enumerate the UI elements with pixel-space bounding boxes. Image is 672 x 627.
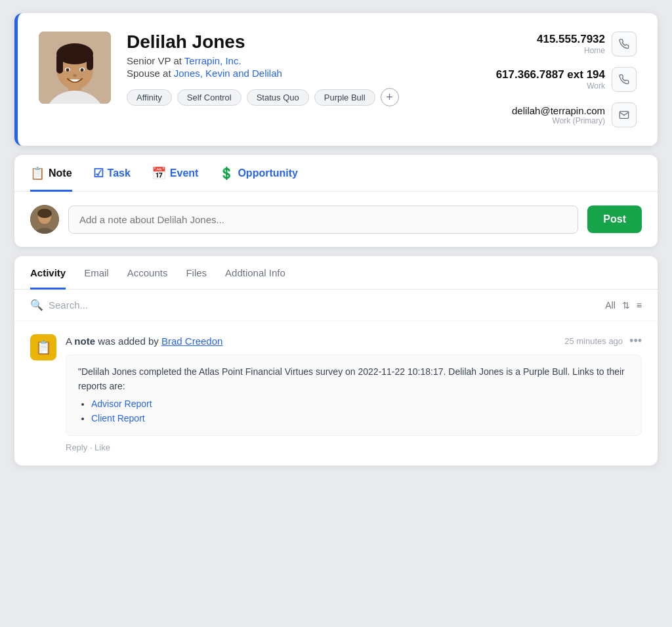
- tag-affinity[interactable]: Affinity: [127, 89, 172, 106]
- note-tabs: 📋 Note ☑ Task 📅 Event 💲 Opportunity: [14, 155, 658, 192]
- email-row: delilah@terrapin.com Work (Primary): [512, 102, 637, 127]
- tab-activity[interactable]: Activity: [30, 267, 66, 290]
- tag-purple-bull[interactable]: Purple Bull: [314, 89, 375, 106]
- advisor-report-link[interactable]: Advisor Report: [91, 399, 152, 409]
- tab-note[interactable]: 📋 Note: [30, 166, 72, 192]
- activity-tabs: Activity Email Accounts Files Addtional …: [14, 256, 658, 290]
- phone-home-row: 415.555.7932 Home: [537, 32, 637, 56]
- spouse-link[interactable]: Jones, Kevin and Delilah: [174, 68, 282, 79]
- svg-point-15: [37, 209, 52, 218]
- activity-item-icon: 📋: [30, 334, 56, 360]
- tab-accounts[interactable]: Accounts: [127, 267, 168, 290]
- avatar-wrapper: [39, 32, 111, 104]
- add-tag-button[interactable]: +: [381, 88, 399, 106]
- note-input-area: Post: [14, 192, 658, 247]
- contact-name: Delilah Jones: [127, 32, 480, 53]
- client-report-link[interactable]: Client Report: [91, 413, 145, 423]
- svg-point-10: [81, 68, 84, 72]
- phone-work-number: 617.366.7887 ext 194: [496, 68, 605, 81]
- more-options-icon[interactable]: •••: [629, 334, 642, 348]
- phone-work-button[interactable]: [612, 67, 637, 92]
- tab-additional-info[interactable]: Addtional Info: [225, 267, 285, 290]
- current-user-avatar: [30, 205, 59, 234]
- activity-section: Activity Email Accounts Files Addtional …: [14, 256, 658, 465]
- activity-item-body: "Delilah Jones completed the Atlas Point…: [66, 355, 642, 436]
- event-tab-label: Event: [170, 167, 199, 179]
- tag-status-quo[interactable]: Status Quo: [247, 89, 309, 106]
- svg-point-11: [73, 74, 77, 77]
- company-link[interactable]: Terrapin, Inc.: [184, 55, 242, 66]
- phone-work-info: 617.366.7887 ext 194 Work: [496, 68, 605, 91]
- avatar: [39, 32, 111, 104]
- tab-email[interactable]: Email: [84, 267, 109, 290]
- filter-label[interactable]: All: [605, 300, 616, 311]
- event-tab-icon: 📅: [152, 166, 166, 181]
- activity-item-title: A note was added by Brad Creedon: [66, 335, 222, 347]
- tab-opportunity[interactable]: 💲 Opportunity: [219, 166, 298, 192]
- tag-self-control[interactable]: Self Control: [177, 89, 242, 106]
- note-input-field[interactable]: [68, 205, 578, 234]
- page-container: Delilah Jones Senior VP at Terrapin, Inc…: [14, 13, 658, 465]
- phone-home-button[interactable]: [612, 32, 637, 56]
- contact-spouse: Spouse at Jones, Kevin and Delilah: [127, 68, 480, 79]
- tab-event[interactable]: 📅 Event: [152, 166, 199, 192]
- contact-card: Delilah Jones Senior VP at Terrapin, Inc…: [14, 13, 658, 146]
- search-wrapper: 🔍 Search...: [30, 299, 88, 311]
- contact-details: 415.555.7932 Home 617.366.7887 ext 194 W…: [496, 32, 637, 127]
- activity-item: 📋 A note was added by Brad Creedon 25 mi…: [30, 334, 642, 452]
- phone-work-label: Work: [496, 81, 605, 91]
- svg-rect-6: [87, 54, 93, 70]
- reply-button[interactable]: Reply: [66, 443, 87, 452]
- note-tab-label: Note: [49, 167, 72, 179]
- svg-point-9: [66, 68, 70, 72]
- activity-timestamp: 25 minutes ago •••: [564, 334, 642, 348]
- activity-user-link[interactable]: Brad Creedon: [161, 335, 222, 347]
- report-links-list: Advisor Report Client Report: [91, 397, 629, 426]
- activity-actions: Reply · Like: [66, 443, 642, 452]
- opportunity-tab-icon: 💲: [219, 166, 234, 181]
- activity-item-header: A note was added by Brad Creedon 25 minu…: [66, 334, 642, 348]
- tags-container: Affinity Self Control Status Quo Purple …: [127, 88, 480, 106]
- tab-task[interactable]: ☑ Task: [93, 166, 131, 192]
- note-type-link[interactable]: note: [74, 335, 95, 347]
- email-button[interactable]: [612, 102, 637, 127]
- phone-home-info: 415.555.7932 Home: [537, 33, 605, 55]
- activity-item-content: A note was added by Brad Creedon 25 minu…: [66, 334, 642, 452]
- phone-home-label: Home: [537, 46, 605, 55]
- search-bar: 🔍 Search... All ⇅ ≡: [14, 290, 658, 321]
- email-address: delilah@terrapin.com: [512, 105, 605, 116]
- phone-home-number: 415.555.7932: [537, 33, 605, 46]
- activity-feed: 📋 A note was added by Brad Creedon 25 mi…: [14, 321, 658, 465]
- phone-work-row: 617.366.7887 ext 194 Work: [496, 67, 637, 92]
- contact-title: Senior VP at Terrapin, Inc.: [127, 55, 480, 66]
- contact-info: Delilah Jones Senior VP at Terrapin, Inc…: [127, 32, 480, 106]
- svg-rect-5: [56, 54, 63, 74]
- task-tab-label: Task: [108, 167, 131, 179]
- tab-files[interactable]: Files: [186, 267, 207, 290]
- search-placeholder[interactable]: Search...: [49, 299, 88, 311]
- search-icon: 🔍: [30, 299, 43, 311]
- email-info: delilah@terrapin.com Work (Primary): [512, 105, 605, 125]
- opportunity-tab-label: Opportunity: [238, 167, 298, 179]
- note-section: 📋 Note ☑ Task 📅 Event 💲 Opportunity: [14, 155, 658, 247]
- like-button[interactable]: Like: [94, 443, 110, 452]
- email-type: Work (Primary): [512, 116, 605, 125]
- note-tab-icon: 📋: [30, 166, 45, 181]
- filter-icon[interactable]: ≡: [637, 300, 642, 311]
- sort-icon[interactable]: ⇅: [622, 300, 630, 311]
- post-button[interactable]: Post: [587, 205, 642, 233]
- filter-controls: All ⇅ ≡: [605, 300, 642, 311]
- task-tab-icon: ☑: [93, 166, 104, 181]
